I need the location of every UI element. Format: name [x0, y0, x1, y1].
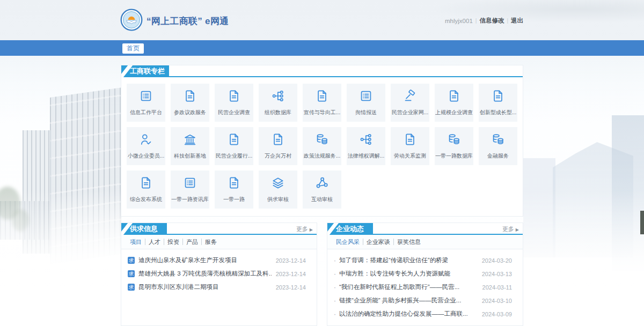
app-label: 信息工作平台 [130, 109, 162, 116]
app-icon [183, 176, 197, 192]
app-icon [271, 132, 285, 149]
supply-tab[interactable]: 人才 [145, 239, 164, 245]
app-grid-item[interactable]: 民营企业家网... [391, 84, 429, 122]
app-grid-item[interactable]: 一带一路数据库 [435, 127, 473, 165]
app-label: 小微企业委员... [128, 152, 164, 160]
app-grid-item[interactable]: 民营企业履行... [215, 127, 253, 165]
main-navbar: 首页 [0, 40, 644, 56]
demand-badge: 求 [128, 284, 135, 291]
news-item-title[interactable]: 知了背调：搭建起“传递职业信任”的桥梁 [339, 256, 478, 264]
app-label: 创新型成长型... [480, 109, 516, 116]
app-label: 政策法规服务... [304, 152, 340, 160]
bullet-icon: · [334, 297, 336, 305]
news-item-title[interactable]: 链接“企业所能” 共助乡村振兴——民营企业... [339, 297, 478, 305]
app-grid-item[interactable]: 一带一路 [215, 171, 253, 209]
supply-item-title[interactable]: 迪庆州山泉水及矿泉水生产开发项目 [138, 256, 272, 264]
news-tab[interactable]: 获奖信息 [393, 239, 424, 245]
app-grid-item[interactable]: 上规模企业调查 [435, 84, 473, 122]
app-label: 宣传与导向工... [304, 109, 340, 116]
bullet-icon: · [334, 270, 336, 278]
app-icon [447, 89, 461, 105]
supply-item-title[interactable]: 昆明市东川区东川港二期项目 [138, 283, 272, 291]
app-label: 组织数据库 [265, 109, 291, 116]
app-grid-item[interactable]: 政策法规服务... [303, 127, 341, 165]
app-icon [403, 89, 417, 105]
news-item-title[interactable]: 以法治的确定性助力提信心促发展——工商联... [339, 310, 478, 318]
app-grid-item[interactable]: 信息工作平台 [127, 84, 165, 122]
news-list-item: · 以法治的确定性助力提信心促发展——工商联... 2024-03-09 [334, 307, 512, 321]
app-icon [403, 132, 417, 149]
app-label: 民营企业履行... [216, 152, 252, 160]
supply-list: 求 迪庆州山泉水及矿泉水生产开发项目 2023-12-14 求 楚雄州大姚县 3… [121, 249, 317, 294]
supply-tab[interactable]: 服务 [201, 239, 220, 245]
app-icon [183, 89, 197, 105]
app-label: 参政议政服务 [174, 109, 206, 116]
news-list-item: · 中瑞方胜：以专注铸专长为人力资源赋能 2024-03-13 [334, 267, 512, 280]
app-label: 供求审核 [267, 196, 289, 203]
app-icon [139, 176, 153, 192]
news-item-date: 2024-03-11 [482, 284, 512, 291]
app-label: 科技创新基地 [174, 152, 206, 160]
app-icon [359, 132, 373, 149]
app-grid-item[interactable]: 创新型成长型... [479, 84, 517, 122]
supply-demand-panel: 供求信息 更多 ▶ 项目人才投资产品服务 求 迪庆州山泉水及矿泉水生产开发项目 … [121, 223, 317, 326]
app-label: 舆情报送 [355, 109, 377, 116]
app-label: 万企兴万村 [265, 152, 291, 160]
news-item-title[interactable]: “我们在新时代新征程上凯歌而行”——民营... [339, 283, 478, 291]
app-grid-item[interactable]: 宣传与导向工... [303, 84, 341, 122]
site-logo [120, 9, 143, 31]
supply-tab[interactable]: 项目 [127, 239, 145, 245]
logout-link[interactable]: 退出 [511, 17, 523, 25]
app-grid-item[interactable]: 互动审核 [303, 171, 341, 209]
app-grid-item[interactable]: 舆情报送 [347, 84, 385, 122]
panel-title-tab: 供求信息 [121, 223, 167, 235]
app-icon [491, 132, 505, 149]
panel-header: 企业动态 更多 ▶ [327, 223, 523, 235]
supply-item-date: 2023-12-14 [276, 271, 306, 277]
app-icon [227, 132, 241, 149]
news-tab[interactable]: 企业家谈 [363, 239, 393, 245]
app-label: 民营企业调查 [218, 109, 250, 116]
edit-info-link[interactable]: 信息修改 [479, 17, 504, 25]
news-tab[interactable]: 民企风采 [333, 239, 363, 245]
supply-item-title[interactable]: 楚雄州大姚县 3 万吨优质薄壳核桃精深加工及科... [138, 270, 272, 278]
app-grid-item[interactable]: 劳动关系监测 [391, 127, 429, 165]
app-label: 一带一路资讯库 [171, 196, 209, 203]
more-arrow-icon: ▶ [516, 227, 519, 232]
supply-list-item: 求 昆明市东川区东川港二期项目 2023-12-14 [128, 280, 306, 294]
app-grid-item[interactable]: 一带一路资讯库 [171, 171, 209, 209]
app-label: 上规模企业调查 [435, 109, 473, 116]
news-item-title[interactable]: 中瑞方胜：以专注铸专长为人力资源赋能 [339, 270, 478, 278]
more-arrow-icon: ▶ [310, 227, 313, 232]
app-label: 金融服务 [487, 152, 509, 160]
app-grid-item[interactable]: 小微企业委员... [127, 127, 165, 165]
panel-title-tab: 工商联专栏 [121, 65, 169, 77]
more-link[interactable]: 更多 ▶ [296, 225, 313, 233]
bullet-icon: · [334, 257, 336, 264]
app-label: 劳动关系监测 [394, 152, 426, 160]
more-link[interactable]: 更多 ▶ [502, 225, 519, 233]
app-grid-item[interactable]: 科技创新基地 [171, 127, 209, 165]
app-grid: 信息工作平台 参政议政服务 民营企业调查 组织数据库 [121, 77, 523, 217]
app-icon [491, 89, 505, 105]
app-grid-item[interactable]: 综合发布系统 [127, 171, 165, 209]
news-list-item: · 知了背调：搭建起“传递职业信任”的桥梁 2024-03-20 [334, 254, 512, 267]
enterprise-news-panel: 企业动态 更多 ▶ 民企风采企业家谈获奖信息 · 知了背调：搭建起“传递职业信任… [327, 223, 523, 326]
app-grid-item[interactable]: 万企兴万村 [259, 127, 297, 165]
app-grid-item[interactable]: 组织数据库 [259, 84, 297, 122]
supply-tab[interactable]: 产品 [182, 239, 201, 245]
app-label: 法律维权调解... [348, 152, 384, 160]
user-bar: mhlyjx001 | 信息修改 | 退出 [445, 17, 523, 25]
supply-tab[interactable]: 投资 [164, 239, 182, 245]
supply-tabs: 项目人才投资产品服务 [121, 235, 317, 249]
app-grid-item[interactable]: 法律维权调解... [347, 127, 385, 165]
app-grid-item[interactable]: 参政议政服务 [171, 84, 209, 122]
news-item-date: 2024-03-09 [482, 311, 512, 317]
app-grid-item[interactable]: 供求审核 [259, 171, 297, 209]
nav-home-tab[interactable]: 首页 [122, 43, 144, 54]
site-title: “网上工商联” e网通 [147, 15, 229, 27]
news-item-date: 2024-03-10 [482, 298, 512, 304]
divider: | [507, 18, 508, 24]
app-grid-item[interactable]: 金融服务 [479, 127, 517, 165]
app-grid-item[interactable]: 民营企业调查 [215, 84, 253, 122]
